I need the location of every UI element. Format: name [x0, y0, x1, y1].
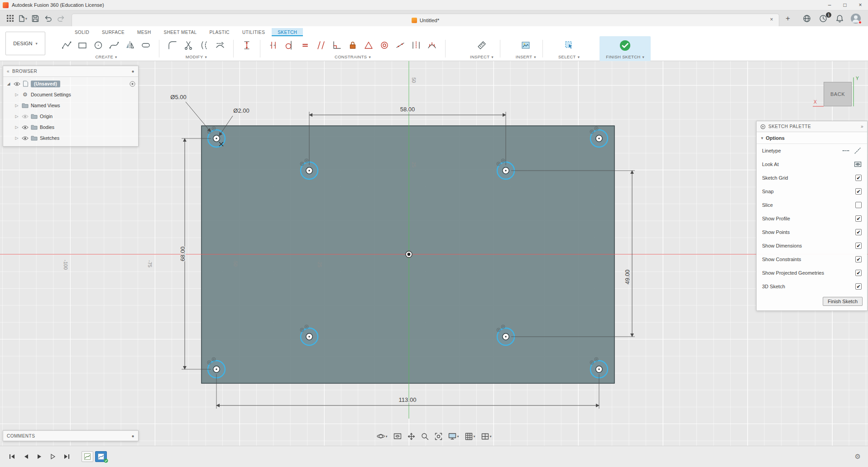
inspect-group-label[interactable]: INSPECT ▾ [470, 54, 494, 59]
equal-constraint-button[interactable] [298, 38, 312, 52]
tab-mesh[interactable]: MESH [131, 28, 157, 36]
tree-expanded-icon[interactable]: ◢ [6, 81, 11, 86]
constraints-group-label[interactable]: CONSTRAINTS ▾ [335, 54, 371, 59]
construction-linetype-button[interactable] [854, 147, 862, 155]
grid-settings-button[interactable]: ▾ [464, 432, 477, 441]
show-dimensions-checkbox[interactable]: ✔ [855, 243, 862, 249]
origin-point[interactable] [406, 251, 412, 257]
panel-options-dot-icon[interactable]: ● [131, 69, 134, 74]
zoom-button[interactable] [419, 432, 430, 441]
finish-sketch-palette-button[interactable]: Finish Sketch [823, 297, 863, 306]
viewcube[interactable]: X Y BACK [810, 75, 864, 112]
root-document-label[interactable]: (Unsaved) [31, 81, 60, 87]
save-button[interactable] [29, 13, 42, 24]
visibility-eye-icon[interactable] [14, 81, 20, 86]
sketch-grid-checkbox[interactable]: ✔ [855, 175, 862, 181]
options-section-header[interactable]: ▾ Options [757, 132, 867, 144]
browser-item-named-views[interactable]: ▷ Named Views [3, 100, 138, 111]
tab-sketch[interactable]: SKETCH [272, 28, 303, 36]
extensions-globe-button[interactable] [802, 14, 812, 24]
tab-sheet-metal[interactable]: SHEET METAL [158, 28, 203, 36]
pan-button[interactable] [406, 432, 416, 441]
trim-tool-button[interactable] [182, 38, 195, 52]
modify-group-label[interactable]: MODIFY ▾ [186, 54, 207, 59]
tree-expand-icon[interactable]: ▷ [14, 103, 19, 108]
centerline-linetype-button[interactable] [842, 147, 850, 155]
symmetry-constraint-button[interactable] [409, 38, 423, 52]
collapse-panel-right-icon[interactable]: » [861, 124, 863, 129]
finish-sketch-button[interactable] [619, 38, 632, 52]
show-constraints-checkbox[interactable]: ✔ [855, 256, 862, 262]
insert-group-label[interactable]: INSERT ▾ [516, 54, 536, 59]
viewcube-back-face[interactable]: BACK [824, 82, 852, 106]
parallel-constraint-button[interactable] [314, 38, 328, 52]
look-at-button[interactable] [854, 160, 862, 168]
redo-button[interactable] [54, 13, 67, 24]
tree-expand-icon[interactable]: ▷ [14, 114, 19, 119]
curvature-constraint-button[interactable] [425, 38, 439, 52]
dimension-value[interactable]: 58.00 [400, 106, 415, 113]
snap-checkbox[interactable]: ✔ [855, 188, 862, 195]
tab-plastic[interactable]: PLASTIC [204, 28, 235, 36]
select-tool-button[interactable] [562, 38, 576, 52]
document-tab[interactable]: Untitled* × [72, 14, 779, 26]
close-tab-icon[interactable]: × [768, 16, 775, 23]
skip-to-start-button[interactable] [7, 452, 17, 462]
midpoint-constraint-button[interactable] [362, 38, 375, 52]
activate-radio-icon[interactable] [129, 81, 135, 87]
browser-item-sketches[interactable]: ▷ Sketches [3, 133, 138, 143]
visibility-eye-icon[interactable] [22, 114, 29, 119]
play-button[interactable] [34, 452, 44, 462]
tangent-constraint-button[interactable] [283, 38, 296, 52]
create-group-label[interactable]: CREATE ▾ [95, 54, 117, 59]
circle-tool-button[interactable] [91, 38, 105, 52]
rectangle-tool-button[interactable] [76, 38, 89, 52]
offset-tool-button[interactable] [197, 38, 211, 52]
browser-item-document-settings[interactable]: ▷ ⚙ Document Settings [3, 89, 138, 100]
fit-button[interactable] [433, 432, 443, 441]
tree-expand-icon[interactable]: ▷ [14, 136, 19, 140]
step-back-button[interactable] [21, 452, 31, 462]
collinear-constraint-button[interactable] [393, 38, 407, 52]
perpendicular-constraint-button[interactable] [330, 38, 344, 52]
tab-surface[interactable]: SURFACE [96, 28, 130, 36]
show-profile-checkbox[interactable]: ✔ [855, 215, 862, 222]
timeline-item-sketch-2-active[interactable] [95, 451, 107, 462]
collapse-panel-icon[interactable]: « [7, 69, 10, 74]
show-points-checkbox[interactable]: ✔ [855, 229, 862, 235]
browser-item-origin[interactable]: ▷ Origin [3, 111, 138, 122]
skip-to-end-button[interactable] [62, 452, 72, 462]
extend-tool-button[interactable] [213, 38, 227, 52]
dimension-value[interactable]: 49.00 [624, 270, 631, 285]
slice-checkbox[interactable]: ✔ [855, 202, 862, 208]
dimension-value[interactable]: Ø2.00 [233, 107, 249, 114]
tree-expand-icon[interactable]: ▷ [14, 125, 19, 129]
visibility-eye-icon[interactable] [22, 136, 29, 141]
sketch-canvas[interactable]: 58.00 68.00 49.00 113.00 [0, 61, 868, 446]
tree-expand-icon[interactable]: ▷ [14, 92, 19, 97]
step-forward-button[interactable] [48, 452, 58, 462]
display-settings-button[interactable]: ▾ [446, 432, 460, 441]
fillet-tool-button[interactable] [166, 38, 179, 52]
select-group-label[interactable]: SELECT ▾ [558, 54, 580, 59]
look-at-button-nav[interactable] [392, 432, 403, 441]
tab-utilities[interactable]: UTILITIES [236, 28, 271, 36]
panel-options-dot-icon[interactable]: ● [131, 434, 134, 438]
new-tab-button[interactable]: + [782, 13, 794, 24]
dimension-value[interactable]: Ø5.00 [170, 94, 186, 100]
3d-sketch-checkbox[interactable]: ✔ [855, 283, 862, 290]
visibility-eye-icon[interactable] [22, 125, 29, 130]
browser-root-row[interactable]: ◢ (Unsaved) [3, 78, 138, 89]
tab-solid[interactable]: SOLID [69, 28, 95, 36]
spline-tool-button[interactable] [107, 38, 121, 52]
minimize-button[interactable]: – [822, 0, 837, 10]
undo-button[interactable] [42, 13, 54, 24]
orbit-button[interactable]: ▾ [375, 431, 388, 441]
app-grid-menu-button[interactable] [4, 13, 16, 24]
user-avatar[interactable] [851, 14, 861, 24]
concentric-constraint-button[interactable] [378, 38, 391, 52]
notifications-button[interactable] [834, 14, 844, 24]
file-menu-button[interactable]: ▾ [16, 13, 29, 24]
dimension-value[interactable]: 68.00 [179, 247, 186, 262]
viewports-button[interactable]: ▾ [480, 432, 493, 441]
